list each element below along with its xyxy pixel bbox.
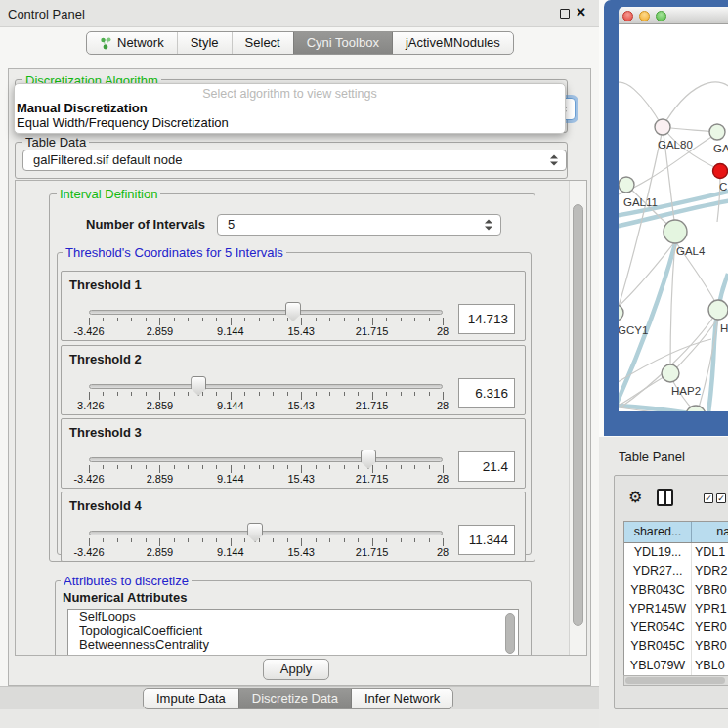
network-node-gal4[interactable]: [664, 220, 687, 243]
network-node-gal11[interactable]: [619, 177, 634, 193]
threshold-title: Threshold 3: [69, 425, 142, 440]
scrollbar-thumb[interactable]: [625, 677, 725, 684]
threshold-value-field[interactable]: 21.4: [458, 451, 515, 482]
option-manual-discretization[interactable]: Manual Discretization: [15, 101, 565, 115]
zoom-traffic-light[interactable]: [656, 11, 666, 21]
network-view-window: GAL80GACGAL11GAL4GCY1HHAP2: [604, 0, 728, 436]
bottom-filler: [0, 709, 599, 728]
panel-title: Control Panel: [8, 7, 85, 21]
threshold-value-field[interactable]: 14.713: [458, 304, 515, 334]
option-equal-width-frequency[interactable]: Equal Width/Frequency Discretization: [15, 115, 565, 130]
tab-cyni-toolbox[interactable]: Cyni Toolbox: [293, 32, 392, 54]
minimize-traffic-light[interactable]: [639, 11, 650, 21]
gear-icon[interactable]: ⚙: [628, 488, 642, 506]
settings-scrollpane: Interval Definition Number of Intervals …: [15, 180, 587, 656]
node-attribute-table[interactable]: shared... name YDL19...YDL1YDR27...YDR2Y…: [623, 521, 728, 675]
threshold-slider-track[interactable]: [89, 457, 443, 462]
column-header-shared-name[interactable]: shared...: [624, 522, 692, 542]
threshold-value-field[interactable]: 11.344: [458, 525, 515, 555]
attribute-list-item[interactable]: TopologicalCoefficient: [68, 624, 518, 639]
attributes-list-scrollbar[interactable]: [505, 613, 515, 654]
tab-impute-data[interactable]: Impute Data: [144, 689, 238, 708]
attribute-list-item[interactable]: SelfLoops: [68, 610, 518, 624]
tab-select[interactable]: Select: [232, 32, 293, 54]
network-node-red-node[interactable]: [713, 164, 728, 179]
table-row[interactable]: YBR043CYBR0: [624, 581, 728, 600]
network-node-gcy1[interactable]: [619, 305, 623, 321]
slider-tick-labels: -3.4262.8599.14415.4321.71528: [62, 473, 527, 486]
close-icon[interactable]: ✕: [576, 5, 586, 20]
table-row[interactable]: YDL19...YDL1: [624, 543, 728, 562]
apply-button[interactable]: Apply: [263, 659, 329, 680]
threshold-panel: Threshold 2 -3.4262.8599.14415.4321.7152…: [61, 345, 526, 415]
network-node-bottom-node[interactable]: [686, 406, 706, 411]
table-row[interactable]: YPR145WYPR1: [624, 600, 728, 619]
control-panel: Control Panel ✕ Network Style Select Cyn…: [0, 0, 599, 728]
interval-definition-label: Interval Definition: [57, 187, 160, 201]
table-row[interactable]: YER054CYER0: [624, 619, 728, 637]
node-label-gal4: GAL4: [676, 245, 706, 257]
tab-discretize-data[interactable]: Discretize Data: [238, 689, 351, 708]
combo-arrows-icon: [550, 155, 558, 166]
close-traffic-light[interactable]: [622, 11, 633, 21]
table-header-row: shared... name: [624, 522, 728, 543]
node-label-gal11: GAL11: [623, 196, 658, 208]
threshold-slider-track[interactable]: [89, 310, 443, 315]
table-panel-box: ⚙ ✓ ✓ shared... name YDL19...YDL1YDR27..…: [614, 475, 728, 709]
network-icon: [100, 37, 112, 50]
table-row[interactable]: YBR045CYBR0: [624, 637, 728, 656]
slider-tick-labels: -3.4262.8599.14415.4321.71528: [62, 546, 527, 559]
combo-arrows-icon: [485, 220, 492, 231]
threshold-title: Threshold 4: [69, 498, 142, 513]
table-data-label: Table Data: [22, 135, 89, 150]
table-panel-title: Table Panel: [619, 450, 685, 464]
number-of-intervals-label: Number of Intervals: [86, 217, 205, 232]
network-canvas[interactable]: GAL80GACGAL11GAL4GCY1HHAP2: [619, 24, 728, 411]
number-of-intervals-combobox[interactable]: 5: [217, 214, 501, 236]
threshold-title: Threshold 1: [69, 278, 142, 292]
numerical-attributes-heading: Numerical Attributes: [63, 590, 187, 605]
table-row[interactable]: YDR27...YDR2: [624, 562, 728, 580]
threshold-slider-track[interactable]: [89, 531, 443, 535]
dropdown-hint: Select algorithm to view settings: [15, 84, 565, 101]
network-node-gal80[interactable]: [655, 119, 670, 135]
threshold-panel: Threshold 3 -3.4262.8599.14415.4321.7152…: [61, 418, 526, 489]
node-label-gcy1: GCY1: [619, 324, 648, 336]
attribute-list-item[interactable]: BetweennessCentrality: [68, 638, 518, 653]
settings-vertical-scrollbar[interactable]: [569, 181, 586, 655]
cyni-toolbox-panel: Discretization Algorithm Select algorith…: [8, 68, 591, 686]
slider-tick-labels: -3.4262.8599.14415.4321.71528: [62, 400, 527, 412]
tab-jactivemnodules[interactable]: jActiveMNodules: [392, 32, 513, 54]
control-panel-titlebar: Control Panel ✕: [0, 0, 599, 27]
tab-style[interactable]: Style: [177, 32, 232, 54]
algorithm-dropdown-popup: Select algorithm to view settings Manual…: [14, 83, 566, 134]
network-window-titlebar[interactable]: [619, 7, 728, 24]
float-window-icon[interactable]: [560, 9, 570, 19]
checkbox-icon[interactable]: ✓: [704, 493, 713, 503]
thresholds-group-label: Threshold's Coordinates for 5 Intervals: [63, 245, 286, 260]
column-header-name[interactable]: name: [692, 522, 728, 542]
node-label-h-node: H: [720, 322, 728, 334]
network-node-hap2[interactable]: [662, 364, 679, 382]
node-label-gal80: GAL80: [658, 139, 693, 150]
node-label-top-right-node: GA: [713, 143, 728, 154]
table-panel-section: Table Panel ⚙ ✓ ✓ shared... name YDL19..…: [599, 437, 728, 728]
split-columns-icon[interactable]: [657, 489, 673, 506]
tab-network[interactable]: Network: [87, 32, 177, 54]
scrollbar-thumb[interactable]: [573, 204, 583, 626]
numerical-attributes-list[interactable]: SelfLoopsTopologicalCoefficientBetweenne…: [67, 609, 519, 656]
checkbox-icon[interactable]: ✓: [716, 493, 726, 503]
threshold-slider-track[interactable]: [89, 384, 443, 389]
attributes-group-label: Attributes to discretize: [61, 574, 192, 588]
table-row[interactable]: YBL079WYBL0: [624, 657, 728, 675]
top-tab-bar: Network Style Select Cyni Toolbox jActiv…: [86, 31, 514, 55]
table-horizontal-scrollbar[interactable]: [623, 675, 728, 686]
network-node-top-right-node[interactable]: [709, 124, 725, 140]
table-data-combobox[interactable]: galFiltered.sif default node: [22, 150, 567, 171]
node-label-red-node: C: [719, 181, 727, 193]
tab-infer-network[interactable]: Infer Network: [351, 689, 452, 708]
threshold-value-field[interactable]: 6.316: [458, 378, 515, 408]
bottom-tab-bar: Impute Data Discretize Data Infer Networ…: [143, 688, 453, 709]
slider-tick-labels: -3.4262.8599.14415.4321.71528: [62, 325, 527, 338]
network-node-h-node[interactable]: [708, 300, 728, 320]
